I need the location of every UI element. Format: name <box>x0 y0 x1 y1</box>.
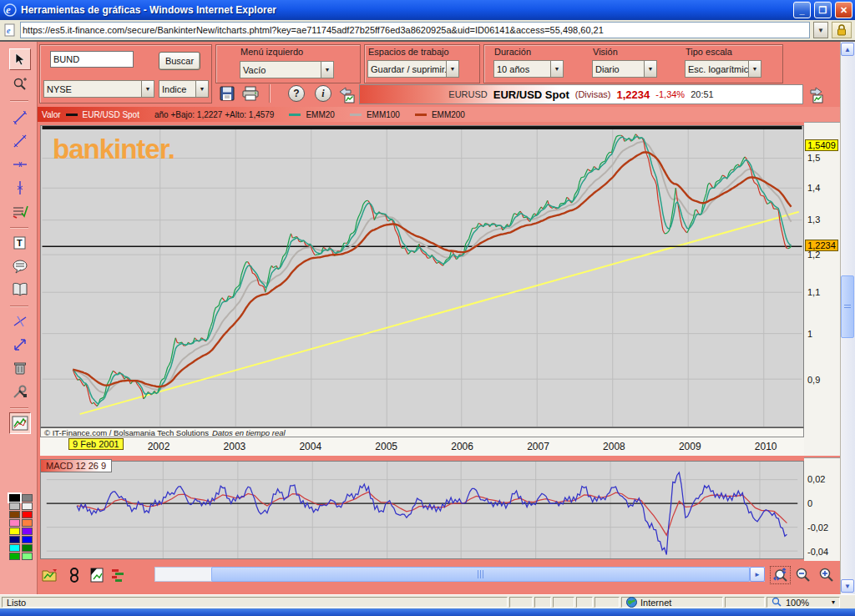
copyright-text: © IT-Finance.com / Bolsamania Tech Solut… <box>44 428 209 437</box>
hscroll-thumb[interactable] <box>211 567 750 582</box>
save-icon[interactable] <box>220 86 235 101</box>
status-bar: Listo Internet 100% ▾ <box>0 594 855 608</box>
print-icon[interactable] <box>242 86 259 101</box>
zoom-fit-icon[interactable] <box>770 566 791 584</box>
palette-color-12[interactable] <box>9 544 20 552</box>
scale-dropdown-icon[interactable]: ▼ <box>748 61 761 77</box>
url-dropdown-button[interactable]: ▼ <box>813 22 828 38</box>
vision-dropdown-icon[interactable]: ▼ <box>644 61 656 77</box>
erase-line-tool[interactable] <box>9 311 31 332</box>
vision-select[interactable]: Diario ▼ <box>592 60 657 78</box>
vscroll-down-button[interactable]: ▼ <box>841 579 854 593</box>
callout-tool[interactable] <box>9 255 31 277</box>
settings-tool[interactable] <box>9 381 31 402</box>
legend-emm200-label: EMM200 <box>432 110 465 119</box>
palette-color-3[interactable] <box>22 502 33 510</box>
fibonacci-tool[interactable] <box>9 200 31 222</box>
palette-color-6[interactable] <box>9 519 20 527</box>
color-palette <box>9 494 33 560</box>
notebook-tool[interactable] <box>9 279 31 300</box>
price-plot[interactable] <box>40 125 804 427</box>
exchange-select[interactable]: NYSE ▼ <box>43 80 154 98</box>
left-menu-dropdown-icon[interactable]: ▼ <box>321 62 333 78</box>
quote-last: 1,2234 <box>617 88 650 101</box>
realtime-text: Datos en tiempo real <box>212 428 286 437</box>
chart-style-tool[interactable] <box>9 412 31 434</box>
palette-color-8[interactable] <box>9 528 20 535</box>
palette-color-4[interactable] <box>9 511 20 518</box>
palette-color-10[interactable] <box>9 536 20 543</box>
close-button[interactable]: ✕ <box>835 2 852 18</box>
url-input[interactable] <box>21 25 809 35</box>
status-cell-1 <box>509 597 533 608</box>
window-title: Herramientas de gráficas - Windows Inter… <box>21 4 790 16</box>
price-tick-label: 0,9 <box>807 375 820 385</box>
palette-color-7[interactable] <box>22 519 33 527</box>
pointer-tool[interactable] <box>9 48 31 70</box>
workspaces-dropdown-icon[interactable]: ▼ <box>446 61 458 77</box>
scale-select[interactable]: Esc. logarítmica ▼ <box>685 60 761 78</box>
link-icon[interactable] <box>68 568 80 583</box>
tool-divider-2 <box>10 227 28 229</box>
next-chart-icon[interactable] <box>806 85 824 104</box>
volume-profile-icon[interactable] <box>110 568 125 583</box>
workspaces-select[interactable]: Guardar / suprimir... ▼ <box>367 60 459 78</box>
status-zoom-value: 100% <box>786 598 809 608</box>
type-select[interactable]: Indice ▼ <box>159 80 209 98</box>
minimize-button[interactable]: _ <box>793 2 811 18</box>
security-lock-icon[interactable] <box>832 22 852 38</box>
quote-market: (Divisas) <box>575 89 611 99</box>
hscroll-right-button[interactable]: ► <box>750 567 765 582</box>
left-menu-select[interactable]: Vacío ▼ <box>240 61 334 78</box>
info-button[interactable]: i <box>315 85 331 102</box>
text-tool[interactable]: T <box>9 232 31 254</box>
svg-text:T: T <box>17 238 23 248</box>
zoom-out-icon[interactable] <box>795 567 812 583</box>
quote-bar[interactable]: EURUSD EUR/USD Spot (Divisas) 1,2234 -1,… <box>359 84 803 104</box>
toolbar-divider <box>269 84 271 103</box>
macd-plot[interactable] <box>40 461 804 559</box>
address-bar: e ▼ <box>0 20 855 42</box>
zoom-in-icon[interactable] <box>818 567 835 583</box>
date-badge: 9 Feb 2001 <box>68 438 124 450</box>
trendline-tool[interactable] <box>9 130 31 152</box>
vertical-line-tool[interactable] <box>9 177 31 199</box>
status-text: Listo <box>2 597 508 608</box>
palette-color-0[interactable] <box>9 494 20 502</box>
segment-tool[interactable] <box>9 107 31 129</box>
type-dropdown-icon[interactable]: ▼ <box>195 81 208 97</box>
legend-swatch-emm100 <box>350 114 362 116</box>
compare-chart-icon[interactable] <box>42 568 58 583</box>
duration-dropdown-icon[interactable]: ▼ <box>550 61 563 77</box>
prev-chart-icon[interactable] <box>337 85 356 104</box>
horizontal-line-tool[interactable] <box>9 154 31 175</box>
palette-color-14[interactable] <box>9 553 20 560</box>
vscroll-up-button[interactable]: ▲ <box>841 43 854 56</box>
page-icon: e <box>3 23 17 37</box>
palette-color-5[interactable] <box>22 511 33 518</box>
help-button[interactable]: ? <box>288 85 305 102</box>
exchange-value: NYSE <box>44 84 141 94</box>
maximize-button[interactable]: ❐ <box>814 2 832 18</box>
legend-swatch-emm20 <box>289 114 301 116</box>
palette-color-15[interactable] <box>22 553 33 560</box>
trash-tool[interactable] <box>9 357 31 379</box>
search-input[interactable] <box>50 51 134 68</box>
scale-label: Tipo escala <box>686 47 732 57</box>
browser-window: e Herramientas de gráficas - Windows Int… <box>0 0 855 616</box>
search-button[interactable]: Buscar <box>159 52 200 70</box>
palette-color-1[interactable] <box>22 494 33 502</box>
status-zoom-caret[interactable]: ▾ <box>832 598 835 606</box>
move-tool[interactable] <box>9 334 31 356</box>
status-zoom-cell[interactable]: 100% ▾ <box>766 597 840 608</box>
exchange-dropdown-icon[interactable]: ▼ <box>141 81 154 97</box>
palette-color-11[interactable] <box>22 536 33 543</box>
notes-icon[interactable] <box>90 568 104 583</box>
tool-divider-4 <box>10 407 28 409</box>
zoom-tool[interactable] <box>9 73 31 95</box>
palette-color-9[interactable] <box>22 528 33 535</box>
duration-select[interactable]: 10 años ▼ <box>493 60 564 78</box>
vscroll-thumb[interactable] <box>841 275 854 338</box>
palette-color-2[interactable] <box>9 502 20 510</box>
palette-color-13[interactable] <box>22 544 33 552</box>
